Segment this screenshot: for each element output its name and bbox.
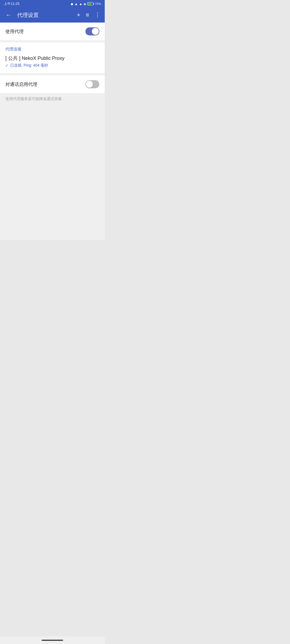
proxy-connection-title: 代理连接 [5, 47, 99, 52]
hint-text: 使用代理服务器可能降低通话质量. [5, 97, 63, 101]
call-proxy-label: 对通话启用代理 [5, 81, 37, 87]
hint-section: 使用代理服务器可能降低通话质量. [0, 93, 105, 106]
content: 使用代理 代理连接 [ 公共 ] NekoX Public Proxy ✓ 已连… [0, 23, 105, 240]
call-proxy-row: 对通话启用代理 [0, 75, 105, 93]
call-proxy-toggle[interactable] [85, 80, 99, 88]
proxy-status-text: 已连接, Ping: 404 毫秒 [10, 63, 48, 68]
more-button[interactable]: ⋮ [95, 12, 100, 19]
bluetooth-icon: ◆ [71, 2, 73, 6]
battery-percent: 72% [95, 2, 101, 5]
use-proxy-row: 使用代理 [0, 23, 105, 40]
empty-space [0, 106, 105, 240]
signal-icon-2: ▲ [79, 2, 82, 6]
use-proxy-label: 使用代理 [5, 28, 24, 35]
status-bar: 上午11:25 ◆ ▲ ▲ ◈ 72% [0, 0, 105, 8]
menu-button[interactable]: ≡ [86, 12, 89, 19]
page-title: 代理设置 [17, 12, 73, 19]
status-time: 上午11:25 [4, 1, 20, 6]
use-proxy-section: 使用代理 [0, 23, 105, 40]
proxy-name: [ 公共 ] NekoX Public Proxy [5, 55, 99, 61]
signal-icon-1: ▲ [74, 2, 78, 6]
app-bar: ← 代理设置 + ≡ ⋮ [0, 8, 105, 23]
proxy-status: ✓ 已连接, Ping: 404 毫秒 [5, 63, 99, 68]
back-button[interactable]: ← [4, 12, 13, 19]
status-icons: ◆ ▲ ▲ ◈ 72% [71, 2, 101, 6]
use-proxy-thumb [92, 28, 99, 35]
proxy-connection-section: 代理连接 [ 公共 ] NekoX Public Proxy ✓ 已连接, Pi… [0, 42, 105, 73]
use-proxy-toggle[interactable] [85, 27, 99, 35]
call-proxy-thumb [86, 81, 93, 88]
check-icon: ✓ [5, 63, 9, 68]
battery-icon: 72% [87, 2, 101, 5]
add-button[interactable]: + [77, 12, 80, 19]
call-proxy-section: 对通话启用代理 [0, 75, 105, 93]
app-bar-actions: + ≡ ⋮ [77, 12, 100, 19]
wifi-icon: ◈ [84, 2, 86, 6]
